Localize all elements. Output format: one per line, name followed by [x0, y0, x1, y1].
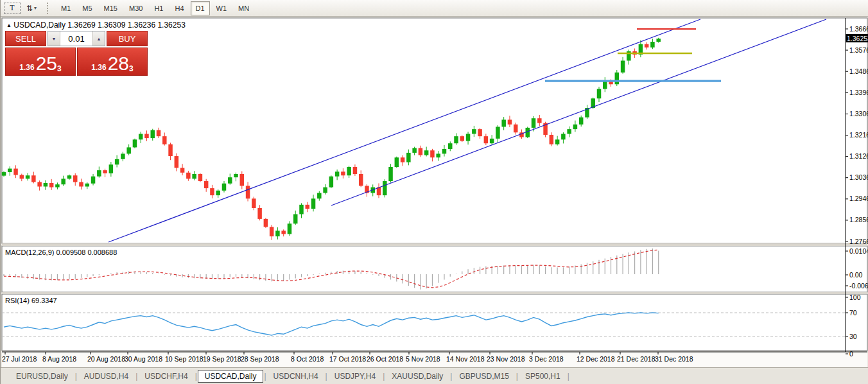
- price-axis-label: 1.34865: [849, 67, 868, 75]
- candle-body: [31, 175, 36, 182]
- chart-tab-gbpusd[interactable]: GBPUSD,M15: [453, 370, 515, 383]
- sell-price-prefix: 1.36: [19, 63, 34, 72]
- candle-body: [508, 119, 512, 124]
- tab-separator: |: [326, 372, 327, 381]
- candle-body: [270, 227, 274, 236]
- date-axis-label: 27 Jul 2018: [2, 355, 37, 363]
- candle-body: [406, 153, 411, 162]
- timeframe-button-d1[interactable]: D1: [191, 1, 210, 15]
- timeframe-button-m1[interactable]: M1: [56, 1, 76, 15]
- candle-body: [97, 170, 101, 177]
- volume-input[interactable]: 0.01: [60, 31, 92, 46]
- chart-tab-usdcnh[interactable]: USDCNH,H4: [267, 370, 325, 383]
- chart-tab-eurusd[interactable]: EURUSD,Daily: [10, 370, 74, 383]
- timeframe-button-group: M1M5M15M30H1H4D1W1MN: [55, 1, 255, 15]
- tab-separator: |: [516, 372, 518, 381]
- chart-tab-usdcad[interactable]: USDCAD,Daily: [198, 370, 264, 383]
- current-price-value: 1.36253: [847, 35, 868, 42]
- sell-button[interactable]: SELL: [5, 31, 46, 46]
- date-axis-label: 19 Sep 2018: [203, 355, 241, 363]
- rsi-axis-label: 30: [849, 333, 857, 340]
- candle-body: [514, 125, 518, 133]
- candle-body: [198, 174, 203, 181]
- chart-tab-audusd[interactable]: AUDUSD,H4: [78, 370, 135, 383]
- volume-increase-button[interactable]: ▲: [92, 31, 105, 46]
- candle-body: [430, 150, 435, 157]
- candle-body: [210, 188, 214, 195]
- tab-separator: |: [135, 372, 137, 381]
- toolbar-grip[interactable]: [47, 3, 51, 14]
- macd-axis-label: 0.00: [849, 271, 863, 279]
- candle-body: [454, 136, 458, 143]
- price-axis-label: 1.30365: [849, 173, 868, 181]
- candle-body: [103, 170, 107, 173]
- timeframe-button-h1[interactable]: H1: [149, 1, 168, 15]
- date-axis-label: 12 Dec 2018: [577, 355, 615, 363]
- pane-splitter[interactable]: [2, 243, 867, 246]
- candle-body: [8, 169, 12, 173]
- date-axis-label: 17 Oct 2018: [329, 355, 366, 363]
- chart-tab-usdjpy[interactable]: USDJPY,H4: [328, 370, 382, 383]
- candle-body: [281, 231, 286, 234]
- timeframe-button-w1[interactable]: W1: [211, 1, 232, 15]
- candle-body: [13, 169, 18, 175]
- candle-body: [168, 144, 173, 156]
- price-axis-label: 1.27665: [849, 238, 868, 245]
- collapse-triangle-icon[interactable]: ▲: [6, 22, 12, 28]
- timeframe-button-m5[interactable]: M5: [77, 1, 97, 15]
- candle-body: [359, 174, 363, 186]
- candle-body: [388, 167, 393, 181]
- candle-body: [55, 184, 60, 187]
- sell-price-button[interactable]: 1.36253: [5, 48, 76, 76]
- candle-body: [121, 153, 125, 159]
- candle-body: [401, 157, 405, 162]
- buy-button[interactable]: BUY: [107, 31, 148, 46]
- candle-body: [484, 136, 489, 143]
- price-axis-label: 1.32165: [849, 131, 868, 139]
- cursor-tool-button[interactable]: ⇅ ▾: [22, 1, 41, 15]
- candle-body: [306, 205, 310, 209]
- candle-body: [162, 136, 166, 144]
- rsi-title: RSI(14) 69.3347: [5, 297, 57, 304]
- candle-body: [597, 89, 602, 99]
- candle-body: [466, 134, 471, 141]
- buy-price-prefix: 1.36: [91, 63, 106, 72]
- candle-body: [561, 134, 566, 139]
- rsi-pane: [2, 294, 867, 351]
- volume-control: ▼ 0.01 ▲: [48, 31, 105, 46]
- timeframe-button-mn[interactable]: MN: [233, 1, 254, 15]
- candle-body: [383, 181, 387, 195]
- candle-body: [537, 118, 542, 123]
- volume-decrease-button[interactable]: ▼: [48, 31, 60, 46]
- timeframe-button-m30[interactable]: M30: [124, 1, 148, 15]
- sell-price-pipette: 3: [57, 65, 62, 72]
- chart-area: 1.366651.357651.348651.339651.330651.321…: [1, 17, 868, 367]
- candle-body: [436, 153, 440, 157]
- price-axis-label: 1.31265: [849, 152, 868, 160]
- top-toolbar: T ⇅ ▾ M1M5M15M30H1H4D1W1MN: [1, 0, 868, 17]
- chart-tab-sp500[interactable]: SP500,H1: [519, 370, 567, 383]
- candle-body: [79, 182, 83, 187]
- candle-body: [126, 147, 131, 153]
- timeframe-button-m15[interactable]: M15: [99, 1, 123, 15]
- pane-splitter[interactable]: [2, 292, 867, 294]
- candle-body: [573, 125, 578, 129]
- candle-body: [615, 73, 620, 84]
- candle-body: [501, 119, 506, 127]
- chart-symbol-period: USDCAD,Daily: [13, 21, 65, 30]
- candle-body: [222, 184, 227, 191]
- chart-tab-usdchf[interactable]: USDCHF,H4: [138, 370, 194, 383]
- date-axis-label: 3 Dec 2018: [529, 355, 564, 363]
- timeframe-button-h4[interactable]: H4: [169, 1, 189, 15]
- text-tool-button[interactable]: T: [4, 3, 21, 14]
- candle-body: [20, 175, 24, 179]
- chart-ohlc-values: 1.36269 1.36309 1.36236 1.36253: [67, 21, 186, 30]
- candle-body: [144, 134, 149, 138]
- rsi-axis-label: 0: [849, 350, 853, 358]
- candle-body: [311, 198, 316, 209]
- candle-body: [395, 157, 399, 167]
- price-axis-label: 1.35765: [849, 46, 868, 54]
- chart-tab-xauusd[interactable]: XAUUSD,Daily: [385, 370, 449, 383]
- candle-body: [490, 139, 494, 143]
- buy-price-button[interactable]: 1.36283: [77, 48, 148, 76]
